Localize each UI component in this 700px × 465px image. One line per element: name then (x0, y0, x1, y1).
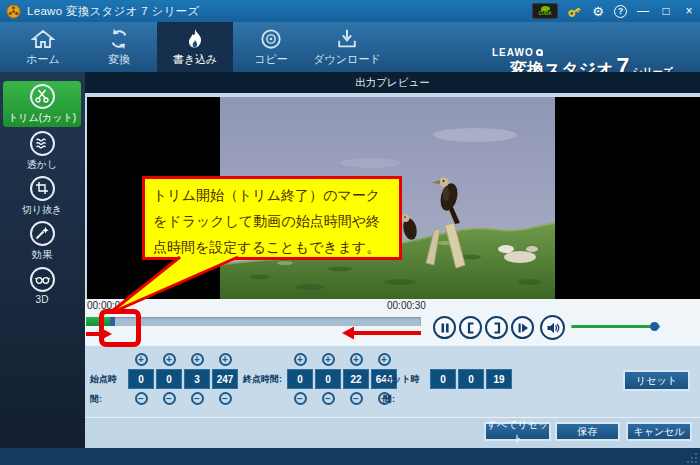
edit-sidebar: トリム(カット) 透かし 切り抜き (0, 72, 85, 448)
start-time-label: 始点時間: (90, 369, 128, 389)
tutorial-callout: トリム開始（トリム終了）のマークをドラックして動画の始点時間や終点時間を設定する… (142, 176, 402, 260)
cancel-button[interactable]: キャンセル (626, 422, 692, 441)
resize-grip[interactable] (687, 452, 698, 463)
save-button[interactable]: 保存 (555, 422, 620, 441)
pause-button[interactable] (433, 316, 456, 339)
status-bar (0, 448, 700, 465)
window-title: Leawo 変換スタジオ 7 シリーズ (27, 4, 199, 19)
tab-copy[interactable]: コピー (233, 22, 309, 72)
start-time-spinners: + 0 − + 0 − + 3 − + 247 − (128, 353, 238, 405)
close-button[interactable]: × (682, 4, 696, 18)
timeline-section: 00:00:04 00:00:30 (85, 299, 700, 345)
sidebar-item-trim[interactable]: トリム(カット) (3, 81, 81, 127)
home-icon (31, 28, 55, 50)
gear-icon[interactable]: ⚙ (591, 4, 605, 19)
tab-download[interactable]: ダウンロード (309, 22, 385, 72)
preview-title: 出力プレビュー (355, 76, 429, 90)
start-hour-field[interactable]: 0 (128, 369, 154, 389)
help-icon[interactable]: ? (614, 5, 627, 18)
bracket-close-icon (491, 322, 503, 334)
3d-glasses-icon (30, 267, 55, 292)
volume-handle[interactable] (650, 322, 659, 331)
sidebar-item-effect[interactable]: 効果 (3, 218, 81, 264)
minimize-button[interactable]: — (636, 4, 650, 18)
start-ms-field[interactable]: 247 (212, 369, 238, 389)
preview-header: 出力プレビュー (85, 72, 700, 93)
end-time-spinners: + 0 − + 0 − + 22 − + 644 − (287, 353, 397, 405)
main-toolbar: ホーム 変換 書き込み コピー (0, 22, 700, 72)
start-minute-field[interactable]: 0 (156, 369, 182, 389)
set-end-button[interactable] (485, 316, 508, 339)
cut-minute-field: 0 (458, 369, 484, 389)
end-hour-plus-button[interactable]: + (294, 353, 307, 366)
set-start-button[interactable] (459, 316, 482, 339)
start-ms-minus-button[interactable]: − (219, 392, 232, 405)
volume-button[interactable] (540, 315, 565, 340)
maximize-button[interactable]: □ (659, 4, 673, 18)
main-panel: 出力プレビュー (85, 72, 700, 448)
start-hour-minus-button[interactable]: − (135, 392, 148, 405)
end-second-field[interactable]: 22 (343, 369, 369, 389)
play-segment-button[interactable] (511, 316, 534, 339)
highlight-box-trim-start (99, 309, 141, 347)
sidebar-item-watermark[interactable]: 透かし (3, 128, 81, 174)
magic-wand-icon (30, 221, 55, 246)
tab-burn[interactable]: 書き込み (157, 22, 233, 72)
convert-refresh-icon (107, 28, 131, 50)
sidebar-item-3d[interactable]: 3D (3, 263, 81, 309)
start-minute-minus-button[interactable]: − (163, 392, 176, 405)
cuda-badge[interactable]: CUDA (532, 3, 558, 19)
tab-convert[interactable]: 変換 (81, 22, 157, 72)
end-hour-minus-button[interactable]: − (294, 392, 307, 405)
cut-time-fields: 0 0 19 (430, 369, 512, 389)
speaker-icon (546, 321, 560, 335)
start-second-minus-button[interactable]: − (191, 392, 204, 405)
start-second-field[interactable]: 3 (184, 369, 210, 389)
reset-button[interactable]: リセット (623, 370, 690, 391)
scissors-icon (30, 84, 55, 109)
sidebar-item-crop[interactable]: 切り抜き (3, 173, 81, 219)
start-hour-plus-button[interactable]: + (135, 353, 148, 366)
reset-all-button[interactable]: すべてリセット (484, 422, 551, 441)
start-ms-plus-button[interactable]: + (219, 353, 232, 366)
total-time: 00:00:30 (387, 300, 426, 311)
start-minute-plus-button[interactable]: + (163, 353, 176, 366)
cut-hour-field: 0 (430, 369, 456, 389)
end-minute-plus-button[interactable]: + (322, 353, 335, 366)
crop-icon (30, 176, 55, 201)
disc-icon (259, 28, 283, 50)
cut-time-label: カット時間: (383, 369, 429, 389)
cut-second-field: 19 (486, 369, 512, 389)
end-time-label: 終点時間: (243, 369, 285, 389)
end-minute-minus-button[interactable]: − (322, 392, 335, 405)
end-second-minus-button[interactable]: − (350, 392, 363, 405)
end-hour-field[interactable]: 0 (287, 369, 313, 389)
download-icon (335, 28, 359, 50)
title-bar: Leawo 変換スタジオ 7 シリーズ CUDA ⚙ ? — □ × (0, 0, 700, 22)
flame-icon (183, 28, 207, 50)
start-second-plus-button[interactable]: + (191, 353, 204, 366)
bracket-open-icon (465, 322, 477, 334)
end-second-plus-button[interactable]: + (350, 353, 363, 366)
leawo-mark-icon (536, 49, 543, 56)
end-ms-plus-button[interactable]: + (378, 353, 391, 366)
end-minute-field[interactable]: 0 (315, 369, 341, 389)
app-window: Leawo 変換スタジオ 7 シリーズ CUDA ⚙ ? — □ × (0, 0, 700, 465)
watermark-waves-icon (30, 131, 55, 156)
key-icon[interactable] (567, 4, 582, 19)
tab-home[interactable]: ホーム (5, 22, 81, 72)
film-reel-icon (6, 4, 21, 19)
step-play-icon (517, 322, 529, 334)
volume-slider[interactable] (571, 325, 660, 328)
pause-icon (439, 322, 451, 334)
